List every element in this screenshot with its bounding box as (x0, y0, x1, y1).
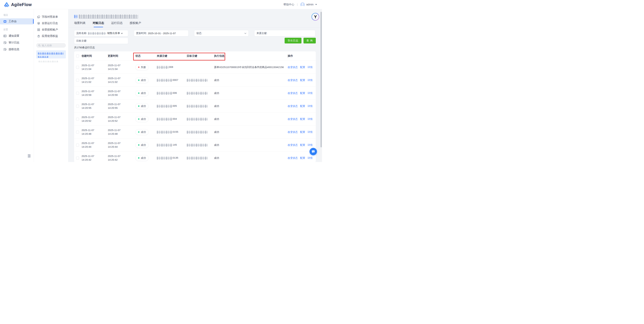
panel-item-app-usage-rights[interactable]: 应用使用权益 (36, 33, 66, 39)
status-dot (138, 106, 140, 107)
change-status-link[interactable]: 改变状态 (288, 144, 298, 147)
sidebar-item-audit-log[interactable]: 审计日志 (0, 40, 34, 46)
query-button[interactable]: 查 询 (304, 38, 316, 44)
status-badge: 成功 (136, 77, 148, 83)
detail-link[interactable]: 详情 (308, 66, 312, 69)
config-link[interactable]: 配置 (300, 130, 305, 134)
primary-sidebar: 项目 工作台 设置 通知 (0, 9, 34, 162)
sidebar-collapse-button[interactable] (27, 154, 31, 158)
config-link[interactable]: 配置 (300, 66, 305, 69)
source-key-label: 来源主键: (256, 32, 267, 35)
page-title (74, 14, 322, 19)
create-time: 14:20:44 (82, 145, 108, 149)
row-checkbox[interactable] (76, 66, 79, 69)
process-name-filter[interactable]: 流程名称: 销售出库单 (74, 30, 128, 36)
change-status-link[interactable]: 改变状态 (288, 66, 298, 69)
row-checkbox[interactable] (76, 79, 79, 82)
header-divider: | (297, 3, 298, 6)
source-key-mask (157, 118, 172, 121)
detail-link[interactable]: 详情 (308, 92, 312, 95)
brand-name: AgileFlow (11, 2, 32, 7)
change-status-link[interactable]: 改变状态 (288, 79, 298, 82)
config-link[interactable]: 配置 (300, 104, 305, 108)
row-checkbox[interactable] (76, 131, 79, 134)
detail-link[interactable]: 详情 (308, 130, 312, 134)
change-status-link[interactable]: 改变状态 (288, 92, 298, 95)
detail-link[interactable]: 详情 (308, 156, 312, 160)
tab-reconciliation-log[interactable]: 对账日志 (93, 21, 104, 27)
config-link[interactable]: 配置 (300, 156, 305, 160)
actions-cell: 改变状态 配置 详情 (288, 130, 316, 134)
create-date: 2025-11-07 (82, 76, 108, 80)
change-status-link[interactable]: 改变状态 (288, 118, 298, 121)
brand-logo[interactable]: AgileFlow (4, 2, 32, 8)
chat-support-button[interactable] (310, 148, 317, 155)
row-checkbox[interactable] (76, 144, 79, 146)
source-key-cell: 004 (157, 117, 187, 120)
row-checkbox[interactable] (76, 156, 79, 160)
scrollbar-thumb[interactable] (320, 12, 322, 147)
search-input[interactable] (42, 44, 62, 47)
target-key-cell (187, 156, 214, 160)
update-date: 2025-11-07 (108, 64, 136, 67)
detail-link[interactable]: 详情 (308, 118, 312, 121)
process-name-label: 流程名称: (76, 32, 87, 35)
panel-item-field-mapping-form[interactable]: 字段对照表单 (36, 14, 66, 20)
status-badge: 成功 (136, 155, 148, 161)
sidebar-item-license-info[interactable]: 授权信息 (0, 46, 34, 52)
tab-auth-account[interactable]: 授权账户 (130, 21, 141, 27)
create-time-cell: 2025-11-07 14:20:59 (82, 90, 108, 97)
row-checkbox[interactable] (76, 118, 79, 120)
change-status-link[interactable]: 改变状态 (288, 104, 298, 108)
row-checkbox[interactable] (76, 92, 79, 95)
sidebar-item-notification-settings[interactable]: 通知设置 (0, 33, 34, 39)
create-date: 2025-11-07 (82, 64, 108, 67)
source-key-mask (157, 144, 172, 147)
change-status-link[interactable]: 改变状态 (288, 156, 298, 160)
config-link[interactable]: 配置 (300, 144, 305, 147)
change-status-link[interactable]: 改变状态 (288, 130, 298, 134)
status-dot (138, 118, 140, 120)
tab-scene-list[interactable]: 场景列表 (74, 21, 86, 27)
row-checkbox[interactable] (76, 105, 79, 108)
exec-info: 成功 (214, 118, 288, 121)
update-time: 14:21:04 (108, 67, 136, 71)
status-filter-select[interactable]: 状态: (194, 30, 248, 36)
user-menu[interactable]: admin (300, 2, 317, 7)
grid-icon (37, 28, 40, 31)
detail-link[interactable]: 详情 (308, 144, 312, 147)
sidebar-item-workbench[interactable]: 工作台 (0, 18, 34, 24)
detail-link[interactable]: 详情 (308, 79, 312, 82)
panel-item-all-auth-accounts[interactable]: 全部授权账户 (36, 26, 66, 33)
process-name-value: 销售出库单 (107, 32, 120, 35)
sidebar-item-label: 授权信息 (8, 48, 19, 51)
tab-run-log[interactable]: 运行日志 (111, 21, 122, 27)
exec-info: 成功 (214, 79, 288, 82)
create-time-cell: 2025-11-07 14:21:02 (82, 76, 108, 84)
config-link[interactable]: 配置 (300, 79, 305, 82)
select-all-checkbox[interactable] (76, 54, 79, 58)
assistant-badge[interactable] (312, 13, 319, 21)
redacted-project-name-line2 (38, 56, 48, 58)
log-count-summary: 共1750条运行日志 (74, 46, 322, 49)
panel-search-box[interactable] (36, 43, 66, 48)
target-key-mask (187, 105, 208, 108)
target-key-filter[interactable]: 目标主键: (74, 38, 128, 44)
status-badge: 成功 (136, 142, 148, 148)
target-key-cell (187, 143, 214, 146)
panel-item-all-run-logs[interactable]: 全部运行日志 (36, 20, 66, 26)
tri-spoke-logo-icon (313, 15, 318, 19)
create-time: 14:20:52 (82, 119, 108, 123)
dashboard-icon (3, 20, 6, 23)
help-center-link[interactable]: 帮助中心 (284, 3, 294, 6)
exec-info: 成功 (214, 144, 288, 147)
config-link[interactable]: 配置 (300, 92, 305, 95)
create-date: 2025-11-07 (82, 90, 108, 93)
export-log-button[interactable]: 导出日志 (284, 38, 302, 44)
source-key-filter[interactable]: 来源主键: (254, 30, 315, 36)
detail-link[interactable]: 详情 (308, 104, 312, 108)
selected-project-item-redacted[interactable] (36, 50, 66, 58)
create-date: 2025-11-07 (82, 141, 108, 145)
update-time-filter[interactable]: 更新时间: 2025-10-31 - 2025-11-07 (134, 30, 188, 36)
config-link[interactable]: 配置 (300, 118, 305, 121)
